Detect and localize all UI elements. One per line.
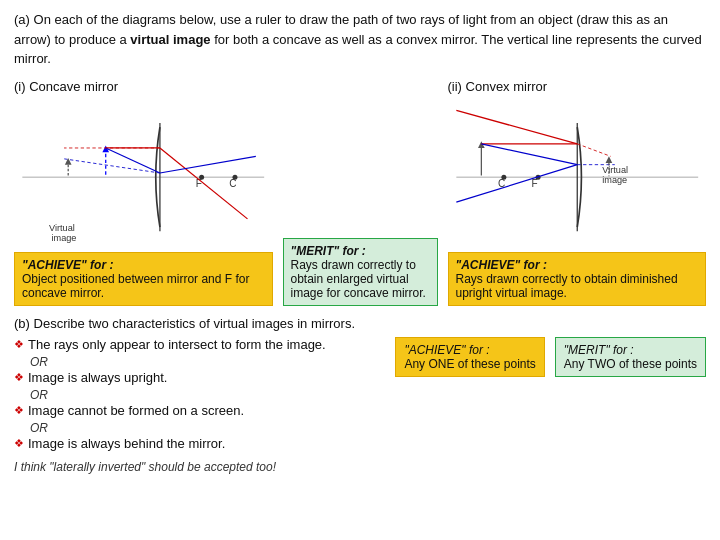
diagrams-row: (i) Concave mirror F C (14, 79, 706, 306)
intro-text: (a) On each of the diagrams below, use a… (14, 10, 706, 69)
bottom-right-boxes: "ACHIEVE" for : Any ONE of these points … (395, 337, 706, 377)
or-text-3: OR (30, 421, 381, 435)
svg-text:F: F (531, 178, 537, 189)
concave-section: (i) Concave mirror F C (14, 79, 273, 306)
achieve-bottom-box: "ACHIEVE" for : Any ONE of these points (395, 337, 544, 377)
points-list-2: Image is always upright. (14, 370, 381, 385)
or-text-2: OR (30, 388, 381, 402)
bottom-boxes: The rays only appear to intersect to for… (14, 337, 706, 454)
svg-line-30 (577, 143, 610, 156)
concave-achieve-box: "ACHIEVE" for : Object positioned betwee… (14, 252, 273, 306)
convex-achieve-box: "ACHIEVE" for : Rays drawn correctly to … (448, 252, 707, 306)
part-b: (b) Describe two characteristics of virt… (14, 316, 706, 474)
svg-line-29 (456, 110, 577, 143)
concave-canvas: F C Virtual image (14, 98, 273, 248)
convex-section: (ii) Convex mirror C F Virtual image (448, 79, 707, 306)
svg-line-31 (481, 143, 577, 164)
list-item: The rays only appear to intersect to for… (14, 337, 381, 352)
italic-note: I think "laterally inverted" should be a… (14, 460, 706, 474)
svg-line-12 (106, 147, 160, 172)
svg-point-22 (501, 174, 506, 179)
convex-canvas: C F Virtual image (448, 98, 707, 248)
list-item: Image is always behind the mirror. (14, 436, 381, 451)
points-list-3: Image cannot be formed on a screen. (14, 403, 381, 418)
svg-point-5 (232, 174, 237, 179)
svg-text:Virtual: Virtual (602, 165, 628, 175)
points-list: The rays only appear to intersect to for… (14, 337, 381, 352)
convex-label: (ii) Convex mirror (448, 79, 707, 94)
bottom-left: The rays only appear to intersect to for… (14, 337, 381, 454)
merit-bottom-box: "MERIT" for : Any TWO of these points (555, 337, 706, 377)
points-list-4: Image is always behind the mirror. (14, 436, 381, 451)
svg-text:C: C (229, 178, 236, 189)
svg-line-32 (456, 164, 577, 202)
concave-label: (i) Concave mirror (14, 79, 273, 94)
svg-marker-35 (605, 156, 612, 163)
svg-text:image: image (602, 175, 627, 185)
part-b-title: (b) Describe two characteristics of virt… (14, 316, 706, 331)
list-item: Image cannot be formed on a screen. (14, 403, 381, 418)
list-item: Image is always upright. (14, 370, 381, 385)
or-text-1: OR (30, 355, 381, 369)
svg-text:image: image (52, 233, 77, 243)
merit-center-box: "MERIT" for : Rays drawn correctly to ob… (283, 238, 438, 306)
svg-point-4 (199, 174, 204, 179)
svg-text:Virtual: Virtual (49, 223, 75, 233)
